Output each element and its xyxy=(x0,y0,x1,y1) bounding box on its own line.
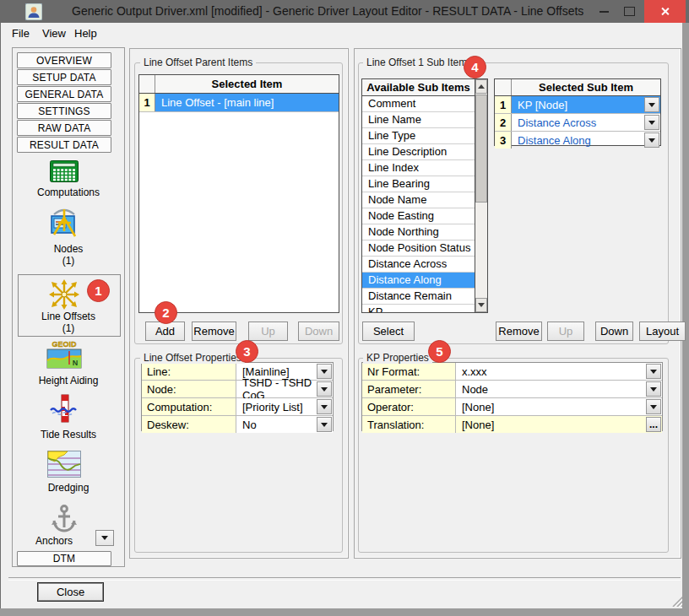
list-item[interactable]: Node Easting xyxy=(362,208,475,224)
menu-help[interactable]: Help xyxy=(71,25,100,41)
property-row: Translation: [None] ... xyxy=(362,416,662,433)
selected-sub-items-header: Selected Sub Item xyxy=(512,79,660,95)
list-item[interactable]: Line Type xyxy=(362,128,475,144)
scrollbar-thumb[interactable] xyxy=(475,95,487,203)
parent-items-table: Selected Item 1 Line Offset - [main line… xyxy=(138,74,339,313)
ellipsis-icon: ... xyxy=(649,422,658,427)
parent-item-row[interactable]: 1 Line Offset - [main line] xyxy=(139,94,339,112)
operator-dropdown-button[interactable] xyxy=(646,399,661,414)
property-row: Deskew: No xyxy=(142,416,333,433)
list-item[interactable]: Distance Remain xyxy=(362,289,475,305)
line-offsets-icon xyxy=(49,279,79,310)
node-dropdown-button[interactable] xyxy=(317,381,332,397)
property-label: Translation: xyxy=(362,416,456,433)
sidebar-item-computations-label: Computations xyxy=(12,186,125,198)
row-number: 3 xyxy=(495,132,512,149)
maximize-button[interactable] xyxy=(618,0,640,23)
parent-items-group-title: Line Offset Parent Items xyxy=(140,57,256,68)
chevron-down-icon xyxy=(650,387,657,392)
row-number-header xyxy=(495,79,512,95)
sidebar-item-tide-results[interactable] xyxy=(17,393,111,427)
line-offset-properties-title: Line Offset Properties xyxy=(140,352,245,364)
list-item[interactable]: Node Position Status xyxy=(362,240,475,257)
list-item[interactable]: Distance Across xyxy=(362,257,475,273)
window-bottom-edge xyxy=(0,608,689,616)
parent-items-table-header: Selected Item xyxy=(155,75,339,93)
menu-file[interactable]: File xyxy=(8,25,33,41)
property-row: Operator: [None] xyxy=(362,398,662,416)
list-item[interactable]: Line Bearing xyxy=(362,176,475,192)
list-item[interactable]: KP xyxy=(362,305,475,313)
sidebar-item-height-aiding[interactable]: GEOID N xyxy=(17,339,111,373)
sidebar-tab-raw-data[interactable]: RAW DATA xyxy=(17,120,111,136)
remove-button[interactable]: Remove xyxy=(192,322,236,341)
down-button[interactable]: Down xyxy=(298,322,339,341)
chevron-down-icon xyxy=(321,405,328,409)
sidebar-item-nodes[interactable] xyxy=(17,206,111,241)
sub-item-dropdown-button[interactable] xyxy=(644,132,659,148)
selected-sub-item-row[interactable]: 1 KP [Node] xyxy=(495,96,660,114)
nodes-icon xyxy=(46,206,82,240)
list-item[interactable]: Comment xyxy=(362,96,475,112)
select-button[interactable]: Select xyxy=(362,322,415,341)
scroll-down-icon xyxy=(478,303,485,307)
sidebar-tab-result-data[interactable]: RESULT DATA xyxy=(17,137,111,153)
list-item[interactable]: Node Northing xyxy=(362,224,475,240)
sidebar-tab-dtm[interactable]: DTM xyxy=(17,551,111,566)
sub-item-value: Distance Across xyxy=(518,116,596,129)
sidebar-tab-general-data[interactable]: GENERAL DATA xyxy=(17,86,111,102)
minimize-button[interactable] xyxy=(591,0,616,23)
computation-dropdown-button[interactable] xyxy=(317,399,332,414)
list-item[interactable]: Node Name xyxy=(362,192,475,208)
deskew-dropdown-button[interactable] xyxy=(317,417,332,432)
dredge-profile-icon xyxy=(47,451,81,478)
chevron-down-icon xyxy=(321,370,328,374)
row-number: 2 xyxy=(495,114,512,131)
row-number: 1 xyxy=(495,96,512,113)
scroll-up-button[interactable] xyxy=(475,79,487,94)
add-button[interactable]: Add xyxy=(145,322,185,341)
sub-remove-button[interactable]: Remove xyxy=(496,322,542,341)
selected-sub-item-row[interactable]: 3 Distance Along xyxy=(495,132,660,149)
property-value: [None] xyxy=(462,419,494,431)
property-label: Computation: xyxy=(142,398,236,415)
up-button[interactable]: Up xyxy=(248,322,288,341)
nr-format-dropdown-button[interactable] xyxy=(646,364,661,379)
property-value: x.xxx xyxy=(462,365,487,378)
sub-up-button[interactable]: Up xyxy=(547,322,584,341)
sidebar-tab-overview[interactable]: OVERVIEW xyxy=(17,52,111,68)
chevron-down-icon xyxy=(648,121,655,125)
sidebar-item-dredging[interactable] xyxy=(17,451,111,481)
list-item[interactable]: Line Description xyxy=(362,144,475,160)
property-label: Parameter: xyxy=(362,381,456,397)
list-item-selected[interactable]: Distance Along xyxy=(362,273,475,289)
list-item[interactable]: Line Name xyxy=(362,112,475,128)
parameter-dropdown-button[interactable] xyxy=(646,381,661,397)
list-item[interactable]: Line Index xyxy=(362,160,475,176)
chevron-down-icon xyxy=(321,387,328,392)
kp-properties-title: KP Properties xyxy=(363,352,432,364)
selected-sub-item-row[interactable]: 2 Distance Across xyxy=(495,114,660,132)
sub-item-value: Distance Along xyxy=(518,134,591,147)
annotation-badge-4: 4 xyxy=(464,56,486,78)
property-value: Node xyxy=(462,383,488,396)
chevron-down-icon xyxy=(101,536,108,540)
sub-down-button[interactable]: Down xyxy=(595,322,633,341)
annotation-badge-3: 3 xyxy=(236,340,258,363)
geoid-icon: GEOID N xyxy=(45,339,84,371)
sub-item-dropdown-button[interactable] xyxy=(644,115,659,130)
sidebar-item-nodes-label: Nodes xyxy=(12,243,125,255)
sub-item-dropdown-button[interactable] xyxy=(644,97,659,112)
sidebar-tab-setup-data[interactable]: SETUP DATA xyxy=(17,69,111,85)
translation-ellipsis-button[interactable]: ... xyxy=(646,417,661,432)
window-title: Generic Output Driver.xml [modified] - G… xyxy=(72,0,583,23)
sidebar-tab-settings[interactable]: SETTINGS xyxy=(17,103,111,119)
close-button[interactable]: Close xyxy=(37,582,104,602)
available-list-scrollbar[interactable] xyxy=(475,78,488,313)
kp-properties-table: Nr Format: x.xxx Parameter: Node Operato… xyxy=(361,362,663,431)
close-window-button[interactable] xyxy=(644,0,686,23)
layout-button[interactable]: Layout xyxy=(639,322,686,341)
anchors-dropdown-button[interactable] xyxy=(95,530,114,546)
menu-view[interactable]: View xyxy=(39,25,69,41)
scroll-down-button[interactable] xyxy=(475,298,487,312)
